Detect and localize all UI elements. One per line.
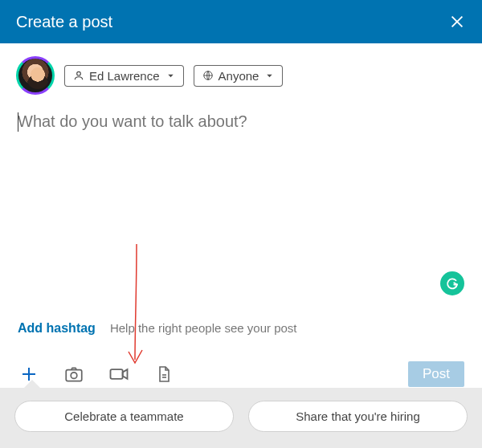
close-button[interactable] <box>448 13 466 31</box>
suggestion-celebrate[interactable]: Celebrate a teammate <box>14 401 234 432</box>
add-video-button[interactable] <box>108 363 130 385</box>
svg-rect-6 <box>66 370 82 381</box>
modal-header: Create a post <box>0 0 482 43</box>
globe-icon <box>202 70 214 81</box>
chevron-down-icon <box>265 71 274 80</box>
suggestion-hiring[interactable]: Share that you're hiring <box>248 401 468 432</box>
modal-title: Create a post <box>16 13 112 31</box>
author-name: Ed Lawrence <box>89 69 160 83</box>
avatar[interactable] <box>16 56 55 95</box>
close-icon <box>448 13 466 31</box>
visibility-label: Anyone <box>219 69 259 83</box>
visibility-selector[interactable]: Anyone <box>194 65 284 87</box>
grammarly-badge[interactable] <box>440 271 464 295</box>
hashtag-row: Add hashtag Help the right people see yo… <box>18 321 464 336</box>
camera-icon <box>63 364 84 385</box>
add-photo-button[interactable] <box>63 363 85 385</box>
svg-rect-8 <box>111 369 123 379</box>
post-context-row: Ed Lawrence Anyone <box>0 43 482 103</box>
svg-point-7 <box>71 373 77 379</box>
svg-point-2 <box>77 71 81 75</box>
compose-area[interactable]: What do you want to talk about? <box>0 103 482 303</box>
grammarly-icon <box>445 276 460 291</box>
hashtag-hint: Help the right people see your post <box>110 321 297 335</box>
document-icon <box>154 365 174 384</box>
suggestion-pointer <box>24 380 40 388</box>
add-hashtag-link[interactable]: Add hashtag <box>18 321 96 336</box>
suggestion-bar: Celebrate a teammate Share that you're h… <box>0 388 482 448</box>
author-selector[interactable]: Ed Lawrence <box>64 65 184 87</box>
person-icon <box>73 70 84 81</box>
post-button[interactable]: Post <box>408 361 464 387</box>
chevron-down-icon <box>166 71 175 80</box>
compose-placeholder: What do you want to talk about? <box>18 111 464 132</box>
add-document-button[interactable] <box>153 363 175 385</box>
text-cursor <box>18 112 18 132</box>
video-icon <box>108 363 130 385</box>
